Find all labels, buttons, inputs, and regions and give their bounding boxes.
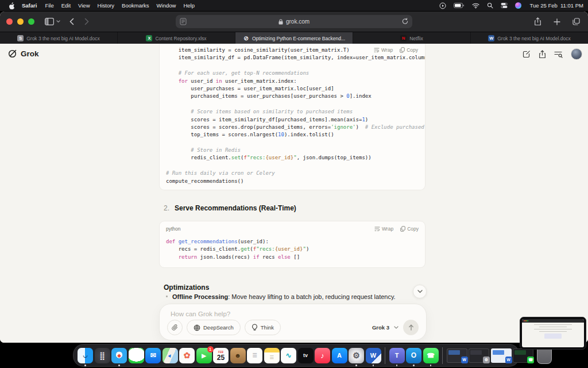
- dock-app-store-icon[interactable]: A: [332, 348, 347, 363]
- tab-grok3-docx-2[interactable]: WGrok 3 the next big AI Model.docx: [471, 32, 588, 44]
- safari-glyph: ◆: [117, 353, 121, 358]
- dock-mail-icon[interactable]: ✉: [145, 348, 161, 363]
- paperclip-icon: [172, 324, 178, 331]
- wrap-button-2[interactable]: Wrap: [374, 226, 393, 232]
- deepsearch-button[interactable]: DeepSearch: [187, 320, 241, 335]
- scroll-to-bottom-button[interactable]: [413, 285, 427, 298]
- app-store-glyph: A: [337, 352, 342, 359]
- apple-menu-icon[interactable]: [8, 2, 15, 10]
- menu-item-file[interactable]: File: [45, 2, 53, 9]
- dock-freeform-icon[interactable]: ∿: [281, 348, 296, 363]
- dock-calendar-icon[interactable]: FEB25: [213, 348, 229, 363]
- tab-grok-chat[interactable]: ⊘Optimizing Python E-commerce Backend...: [235, 32, 353, 44]
- history-search-icon[interactable]: [554, 51, 563, 58]
- minimize-window-button[interactable]: [17, 18, 24, 25]
- tab-content-repository[interactable]: XContent Repository.xlsx: [118, 32, 235, 44]
- siri-icon[interactable]: [515, 2, 521, 9]
- dock-minimized-window-word-dark[interactable]: W: [447, 348, 467, 363]
- dock-launchpad-icon[interactable]: ⣿: [95, 348, 110, 363]
- menu-item-bookmarks[interactable]: Bookmarks: [122, 2, 149, 9]
- tab-overview-icon[interactable]: [572, 18, 580, 25]
- section-title: Serve Recommendations (Real-Time): [175, 204, 296, 212]
- model-chevron-icon[interactable]: [394, 326, 399, 329]
- menu-item-window[interactable]: Window: [157, 2, 176, 9]
- chat-composer[interactable]: How can Grok help? DeepSearch Think: [159, 304, 427, 340]
- screen-preview-thumbnail[interactable]: [520, 317, 586, 350]
- dock-safari-icon[interactable]: ◆: [111, 348, 127, 363]
- tab-label: Grok 3 the next big AI Model.docx: [26, 36, 100, 41]
- dock-system-settings-icon[interactable]: ⚙: [349, 348, 364, 363]
- dock-music-icon[interactable]: ♪: [315, 348, 330, 363]
- menu-item-view[interactable]: View: [78, 2, 90, 9]
- battery-icon[interactable]: [454, 3, 465, 9]
- dock-minimized-window-whatsapp[interactable]: ☎: [513, 348, 533, 363]
- think-button[interactable]: Think: [245, 320, 281, 335]
- dock-whatsapp-icon[interactable]: ☎: [423, 348, 439, 363]
- composer-placeholder[interactable]: How can Grok help?: [160, 304, 426, 317]
- music-glyph: ♪: [320, 351, 324, 360]
- dock-word-icon[interactable]: W: [366, 348, 381, 363]
- dock-outlook-icon[interactable]: O: [406, 348, 421, 363]
- dock-apple-tv-icon[interactable]: tv: [298, 348, 314, 363]
- dock-contacts-icon[interactable]: ☻: [230, 348, 246, 363]
- dock-maps-icon[interactable]: ▲: [163, 348, 178, 363]
- dock-facetime-icon[interactable]: ▶1: [196, 348, 212, 363]
- tab-grok3-docx-1[interactable]: SGrok 3 the next big AI Model.docx: [0, 32, 118, 44]
- notification-badge: 1: [207, 346, 214, 352]
- grok-page: Grok item_similarity = cosine_similarity…: [0, 44, 588, 343]
- share-icon[interactable]: [534, 17, 541, 26]
- sidebar-chevron-icon[interactable]: [56, 20, 60, 23]
- control-center-icon[interactable]: [501, 2, 508, 9]
- screen-mirroring-icon[interactable]: [439, 2, 446, 9]
- teams-glyph: T: [395, 352, 399, 359]
- dock-reminders-icon[interactable]: ☰: [247, 348, 262, 363]
- lightbulb-icon: [252, 324, 258, 331]
- bullet-bold-text: Offline Processing: [172, 293, 228, 300]
- forward-button[interactable]: [84, 18, 89, 25]
- grok-brand[interactable]: Grok: [7, 49, 39, 59]
- wrap-button[interactable]: Wrap: [374, 47, 393, 53]
- tab-netflix[interactable]: NNetflix: [353, 32, 471, 44]
- send-button[interactable]: [403, 320, 419, 335]
- freeform-glyph: ∿: [285, 351, 291, 359]
- address-bar[interactable]: grok.com: [176, 15, 412, 28]
- model-selector[interactable]: Grok 3: [372, 324, 389, 331]
- wifi-icon[interactable]: [472, 3, 479, 9]
- reader-icon[interactable]: [180, 18, 187, 25]
- dock-running-dot: [118, 365, 120, 366]
- code-block-2-code: def get_recommendations(user_id): recs =…: [160, 236, 425, 261]
- tab-label: Netflix: [409, 36, 423, 41]
- new-tab-icon[interactable]: [554, 18, 560, 25]
- copy-button[interactable]: Copy: [400, 47, 418, 53]
- tab-label: Content Repository.xlsx: [155, 36, 206, 41]
- sidebar-toggle-icon[interactable]: [45, 18, 54, 25]
- dock-finder-icon[interactable]: ◡: [78, 348, 93, 363]
- copy-button-2[interactable]: Copy: [400, 226, 419, 232]
- menu-item-history[interactable]: History: [98, 2, 115, 9]
- tab-label: Grok 3 the next big AI Model.docx: [497, 36, 571, 41]
- menu-app-name[interactable]: Safari: [22, 2, 37, 9]
- share-chat-icon[interactable]: [539, 50, 546, 59]
- attach-button[interactable]: [167, 320, 183, 335]
- spotlight-search-icon[interactable]: [487, 2, 493, 9]
- menu-item-edit[interactable]: Edit: [61, 2, 71, 9]
- dock-teams-icon[interactable]: T: [389, 348, 405, 363]
- menu-item-help[interactable]: Help: [183, 2, 195, 9]
- avatar[interactable]: [571, 48, 582, 60]
- new-chat-icon[interactable]: [523, 50, 531, 58]
- dock-messages-icon[interactable]: [129, 348, 144, 363]
- launchpad-glyph: ⣿: [99, 351, 105, 360]
- system-settings-glyph: ⚙: [353, 351, 360, 360]
- refresh-icon[interactable]: [402, 18, 408, 25]
- close-window-button[interactable]: [6, 18, 13, 25]
- zoom-window-button[interactable]: [28, 18, 34, 25]
- dock-minimized-window-word-light[interactable]: W: [491, 348, 512, 363]
- outlook-glyph: O: [411, 351, 416, 359]
- code-language-label: python: [166, 226, 181, 232]
- dock-photos-icon[interactable]: ✿: [179, 348, 195, 363]
- menu-clock[interactable]: Tue 25 Feb 11:01 PM: [530, 2, 583, 9]
- dock-minimized-window-settings[interactable]: ⚙: [469, 348, 489, 363]
- back-button[interactable]: [69, 18, 74, 25]
- dock-notes-icon[interactable]: ☰: [264, 348, 280, 363]
- dock-dock-divider-1: [385, 347, 385, 364]
